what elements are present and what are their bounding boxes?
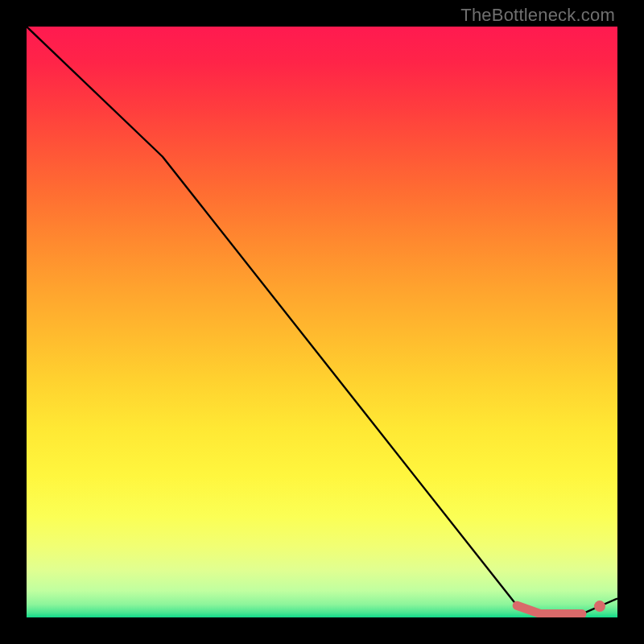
plot-area: [27, 27, 617, 617]
watermark-text: TheBottleneck.com: [460, 5, 615, 26]
chart-frame: TheBottleneck.com: [0, 0, 644, 644]
chart-svg: [27, 27, 617, 617]
gradient-rect: [27, 27, 617, 617]
highlight-dot: [594, 601, 605, 612]
